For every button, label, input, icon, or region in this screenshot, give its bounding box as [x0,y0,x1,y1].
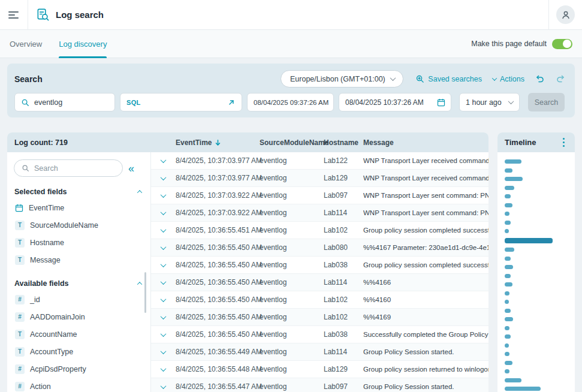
timeline-bar[interactable] [505,369,509,373]
table-row[interactable]: 8/4/2025, 10:37:03.922 AMeventlogLab097W… [151,187,488,204]
expand-row-button[interactable] [160,192,167,199]
tab-log-discovery[interactable]: Log discovery [59,30,107,58]
timeline-bar[interactable] [505,257,511,261]
table-row[interactable]: 8/4/2025, 10:37:03.977 AMeventlogLab129W… [151,170,488,187]
time-range-select[interactable]: 1 hour ago [459,93,520,111]
selected-fields-header[interactable]: Selected fields [7,185,150,199]
timeline-bar[interactable] [505,274,511,278]
table-row[interactable]: 8/4/2025, 10:36:55.448 AMeventlogLab129G… [151,361,488,378]
expand-row-button[interactable] [160,349,167,355]
tab-overview[interactable]: Overview [10,30,42,58]
field-item[interactable]: #AcpiDsdProperty [7,360,150,378]
field-item[interactable]: THostname [7,234,150,251]
field-name: _id [30,295,40,304]
timeline-bar-highlighted[interactable] [505,238,553,243]
redo-button[interactable] [556,74,565,84]
chevron-down-icon [161,261,167,267]
timeline-bar[interactable] [505,177,523,181]
field-item[interactable]: TMessage [7,251,150,269]
saved-search-icon [415,74,424,83]
expand-row-button[interactable] [160,279,167,286]
expand-row-button[interactable] [160,262,167,269]
search-submit-button[interactable]: Search [528,93,565,111]
table-row[interactable]: 8/4/2025, 10:36:55.450 AMeventlogLab080%… [151,239,488,257]
timeline-bar[interactable] [505,326,509,330]
expand-row-button[interactable] [160,245,167,251]
timeline-bar[interactable] [505,221,511,225]
timeline-bar[interactable] [505,168,512,173]
expand-row-button[interactable] [160,366,167,373]
field-item[interactable]: EventTime [7,199,150,216]
search-query-input[interactable]: eventlog [14,93,115,111]
field-name: Message [30,256,61,264]
cell-eventtime: 8/4/2025, 10:37:03.922 AM [176,209,260,217]
column-header-message[interactable]: Message [363,138,488,147]
timeline-bar[interactable] [505,203,512,207]
available-fields-header[interactable]: Available fields [7,276,150,291]
timeline-bar[interactable] [505,387,541,391]
timeline-bar[interactable] [505,248,514,252]
table-row[interactable]: 8/4/2025, 10:36:55.450 AMeventlogLab038S… [151,326,488,343]
column-header-sourcemodulename[interactable]: SourceModuleName [260,138,324,147]
actions-button[interactable]: Actions [493,75,524,83]
timeline-bar[interactable] [505,291,509,295]
table-row[interactable]: 8/4/2025, 10:36:55.449 AMeventlogLab114G… [151,343,488,361]
timeline-bar[interactable] [505,159,521,164]
timeline-bar[interactable] [505,343,509,348]
undo-button[interactable] [535,74,545,84]
timeline-bar[interactable] [505,334,511,339]
start-date-input[interactable]: 08/04/2025 09:37:26 AM [247,93,334,111]
field-item[interactable]: TAccountName [7,325,150,343]
timeline-menu-button[interactable] [562,137,566,149]
timezone-select[interactable]: Europe/Lisbon (GMT+01:00) [281,70,403,88]
expand-row-button[interactable] [160,331,167,338]
expand-row-button[interactable] [160,158,167,164]
column-header-hostname[interactable]: Hostname [324,138,363,147]
cell-sourcemodulename: eventlog [260,278,324,287]
timeline-bar[interactable] [505,229,509,233]
table-row[interactable]: 8/4/2025, 10:36:55.450 AMeventlogLab114%… [151,274,488,291]
timeline-bar[interactable] [505,300,509,304]
field-item[interactable]: TAccountType [7,343,150,360]
sql-query-box[interactable]: SQL [120,93,242,111]
field-item[interactable]: TSourceModuleName [7,216,150,234]
field-item[interactable]: #Action [7,378,150,392]
expand-row-button[interactable] [160,297,167,303]
chevron-down-icon [161,279,167,285]
tab-bar: Overview Log discovery Make this page de… [0,30,582,58]
saved-searches-button[interactable]: Saved searches [415,74,482,83]
timeline-bar[interactable] [505,317,513,321]
timeline-bar[interactable] [505,282,512,287]
sidebar-scrollbar[interactable] [144,272,146,313]
timeline-bar[interactable] [505,378,521,382]
expand-row-button[interactable] [160,384,167,390]
timeline-bar[interactable] [505,212,509,216]
menu-toggle-button[interactable] [0,0,28,30]
table-row[interactable]: 8/4/2025, 10:36:55.451 AMeventlogLab102G… [151,222,488,239]
table-row[interactable]: 8/4/2025, 10:36:55.447 AMeventlogLab097G… [151,378,488,392]
timeline-bar[interactable] [505,265,513,269]
fields-search-input[interactable]: Search [14,159,123,177]
expand-row-button[interactable] [160,210,167,216]
table-row[interactable]: 8/4/2025, 10:37:03.977 AMeventlogLab122W… [151,152,488,170]
column-header-eventtime[interactable]: EventTime [176,138,260,147]
hamburger-icon [8,11,19,13]
user-avatar-button[interactable] [556,5,575,24]
timeline-bar[interactable] [505,361,512,365]
expand-row-button[interactable] [160,314,167,321]
timeline-bar[interactable] [505,186,514,190]
table-row[interactable]: 8/4/2025, 10:36:55.450 AMeventlogLab038G… [151,257,488,274]
collapse-sidebar-button[interactable]: « [128,163,134,174]
timeline-bar[interactable] [505,309,511,313]
timeline-bar[interactable] [505,352,509,356]
end-date-input[interactable]: 08/04/2025 10:37:26 AM [339,93,451,111]
timeline-bar[interactable] [505,194,511,198]
expand-row-button[interactable] [160,227,167,234]
make-default-toggle[interactable] [552,39,572,49]
table-row[interactable]: 8/4/2025, 10:36:55.450 AMeventlogLab102%… [151,309,488,326]
expand-row-button[interactable] [160,175,167,182]
field-item[interactable]: #AADDomainJoin [7,308,150,325]
field-item[interactable]: #_id [7,291,150,308]
table-row[interactable]: 8/4/2025, 10:36:55.450 AMeventlogLab102%… [151,291,488,309]
table-row[interactable]: 8/4/2025, 10:37:03.922 AMeventlogLab114W… [151,204,488,222]
